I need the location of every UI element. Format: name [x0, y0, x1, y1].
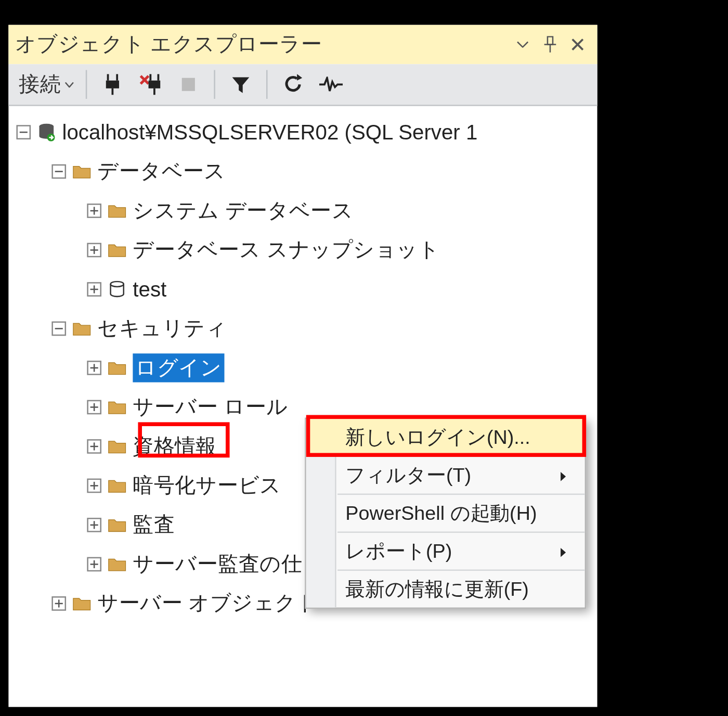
- folder-icon: [108, 437, 126, 455]
- tree-view[interactable]: localhost¥MSSQLSERVER02 (SQL Server 1 デー…: [8, 106, 597, 707]
- tree-item-label: データベース スナップショット: [133, 236, 439, 264]
- panel-title: オブジェクト エクスプローラー: [15, 30, 507, 59]
- tree-item-label: test: [133, 277, 166, 302]
- server-icon: [37, 123, 56, 142]
- tree-item-server[interactable]: localhost¥MSSQLSERVER02 (SQL Server 1: [8, 112, 597, 151]
- tree-item-label: システム データベース: [133, 196, 353, 225]
- pin-icon[interactable]: [538, 33, 562, 56]
- ctx-refresh[interactable]: 最新の情報に更新(F): [306, 571, 585, 607]
- submenu-arrow-icon: [560, 540, 567, 562]
- database-icon: [108, 280, 126, 298]
- expand-icon[interactable]: [87, 400, 101, 415]
- folder-icon: [73, 594, 91, 612]
- svg-point-18: [111, 282, 124, 287]
- collapse-icon[interactable]: [51, 322, 66, 336]
- tree-item-security[interactable]: セキュリティ: [8, 309, 597, 348]
- ctx-item-label: 最新の情報に更新(F): [345, 576, 529, 603]
- toolbar: 接続: [8, 64, 597, 106]
- expand-icon[interactable]: [87, 557, 101, 572]
- toolbar-separator: [86, 70, 87, 99]
- ctx-filter[interactable]: フィルター(T): [306, 457, 585, 493]
- folder-icon: [108, 555, 126, 573]
- tree-item-label: セキュリティ: [97, 314, 227, 343]
- disconnect-icon[interactable]: [135, 69, 165, 99]
- filter-icon[interactable]: [226, 69, 256, 99]
- expand-icon[interactable]: [87, 479, 101, 493]
- folder-icon: [108, 398, 126, 416]
- svg-rect-0: [548, 36, 553, 44]
- folder-icon: [108, 477, 126, 495]
- folder-icon: [108, 241, 126, 259]
- ctx-item-label: レポート(P): [345, 538, 452, 565]
- collapse-icon[interactable]: [16, 125, 31, 139]
- ctx-item-label: 新しいログイン(N)...: [345, 424, 530, 451]
- connect-label: 接続: [19, 70, 61, 99]
- expand-icon[interactable]: [87, 282, 101, 297]
- svg-rect-15: [182, 78, 195, 91]
- context-menu: 新しいログイン(N)... フィルター(T) PowerShell の起動(H)…: [305, 418, 586, 609]
- folder-icon: [108, 201, 126, 220]
- expand-icon[interactable]: [51, 596, 66, 611]
- tree-item-label: サーバー監査の仕: [133, 550, 302, 579]
- folder-icon: [108, 516, 126, 534]
- tree-item-label: データベース: [97, 157, 226, 186]
- tree-item-databases[interactable]: データベース: [8, 152, 597, 191]
- expand-icon[interactable]: [87, 518, 101, 532]
- ctx-item-label: PowerShell の起動(H): [345, 500, 537, 527]
- folder-icon: [108, 359, 126, 377]
- collapse-icon[interactable]: [51, 164, 66, 179]
- ctx-item-label: フィルター(T): [345, 462, 471, 489]
- tree-item-label: localhost¥MSSQLSERVER02 (SQL Server 1: [62, 120, 478, 145]
- close-icon[interactable]: [566, 33, 589, 56]
- refresh-icon[interactable]: [278, 69, 308, 99]
- folder-icon: [73, 319, 91, 338]
- ctx-new-login[interactable]: 新しいログイン(N)...: [306, 419, 585, 455]
- toolbar-separator: [266, 70, 268, 99]
- connect-dropdown[interactable]: 接続: [12, 70, 79, 99]
- svg-rect-7: [106, 81, 119, 88]
- ctx-reports[interactable]: レポート(P): [306, 533, 585, 569]
- svg-rect-13: [149, 81, 161, 88]
- activity-monitor-icon[interactable]: [316, 69, 346, 99]
- tree-item-label: サーバー オブジェクト: [97, 589, 318, 618]
- expand-icon[interactable]: [87, 439, 101, 454]
- tree-item-label: ログイン: [133, 353, 224, 382]
- panel-menu-dropdown-icon[interactable]: [511, 33, 534, 56]
- expand-icon[interactable]: [87, 361, 101, 375]
- ctx-powershell[interactable]: PowerShell の起動(H): [306, 495, 585, 531]
- tree-item-label: サーバー ロール: [133, 393, 288, 421]
- expand-icon[interactable]: [87, 243, 101, 258]
- tree-item-logins[interactable]: ログイン: [8, 348, 597, 387]
- submenu-arrow-icon: [560, 464, 567, 487]
- tree-item-db-snapshots[interactable]: データベース スナップショット: [8, 231, 597, 270]
- tree-item-label: 資格情報: [133, 432, 216, 461]
- tree-item-label: 監査: [133, 510, 175, 539]
- stop-icon[interactable]: [173, 69, 203, 99]
- tree-item-sys-databases[interactable]: システム データベース: [8, 191, 597, 230]
- toolbar-separator: [214, 70, 215, 99]
- expand-icon[interactable]: [87, 203, 101, 218]
- tree-item-label: 暗号化サービス: [133, 471, 281, 500]
- panel-titlebar: オブジェクト エクスプローラー: [8, 25, 597, 64]
- folder-icon: [73, 162, 91, 181]
- tree-item-db-test[interactable]: test: [8, 270, 597, 309]
- connect-icon[interactable]: [97, 69, 127, 99]
